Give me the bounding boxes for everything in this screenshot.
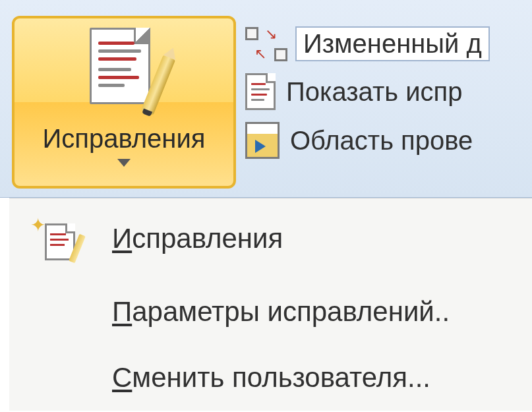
track-changes-dropdown: ✦ Исправления Параметры исправлений.. См…: [9, 198, 532, 411]
menu-item-track-changes[interactable]: ✦ Исправления: [9, 198, 532, 279]
document-icon: [245, 73, 276, 110]
display-for-review-row[interactable]: ↘↖ Измененный д: [245, 26, 490, 61]
display-for-review-select[interactable]: Измененный д: [295, 26, 490, 61]
reviewing-pane-icon: [245, 122, 280, 159]
show-markup-label: Показать испр: [286, 77, 462, 107]
menu-label-track-changes: Исправления: [112, 223, 283, 254]
show-markup-row[interactable]: Показать испр: [245, 73, 490, 110]
menu-label-change-user: Сменить пользователя...: [112, 362, 430, 394]
track-changes-label: Исправления: [43, 124, 206, 154]
menu-label-options: Параметры исправлений..: [112, 296, 450, 328]
track-changes-icon: [78, 24, 170, 123]
track-changes-button[interactable]: Исправления: [12, 16, 236, 189]
tracking-side-controls: ↘↖ Измененный д Показать испр Область пр…: [245, 16, 490, 159]
menu-item-options[interactable]: Параметры исправлений..: [9, 279, 532, 345]
track-changes-doc-icon: ✦: [32, 216, 78, 262]
ribbon-tracking-group: Исправления ↘↖ Измененный д Показать исп…: [0, 0, 532, 198]
reviewing-pane-label: Область прове: [290, 126, 473, 156]
menu-item-change-user[interactable]: Сменить пользователя...: [9, 345, 532, 411]
reviewing-pane-row[interactable]: Область прове: [245, 122, 490, 159]
compare-icon: ↘↖: [245, 27, 287, 61]
chevron-down-icon: [117, 159, 131, 167]
